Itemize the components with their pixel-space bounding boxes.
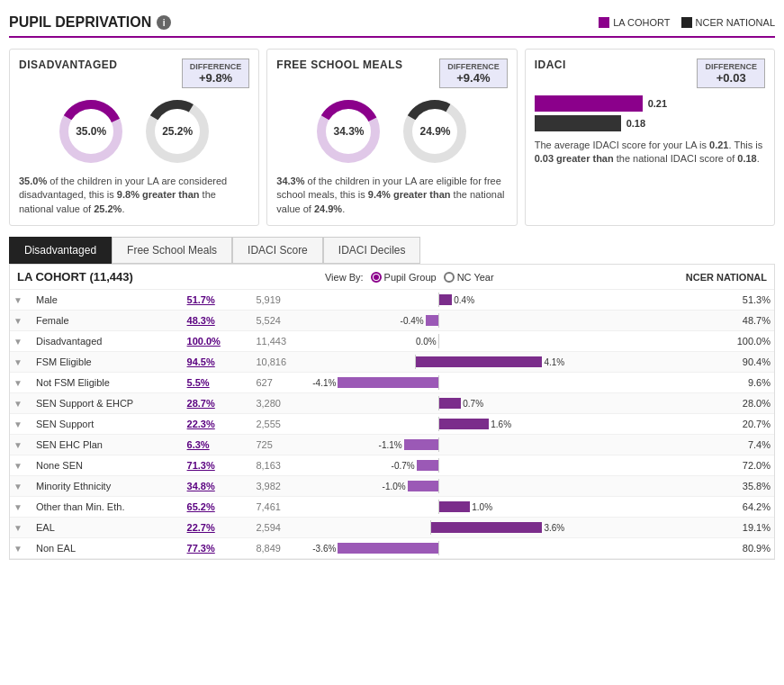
row-ncer: 7.4% [711,435,774,455]
row-arrow: ▼ [10,352,32,373]
table-header: LA COHORT (11,443) View By: Pupil Group … [10,265,774,290]
row-pct[interactable]: 51.7% [184,290,253,311]
cards-row: DISADVANTAGED DIFFERENCE +9.8% 35.0% [9,49,775,226]
row-pct[interactable]: 34.8% [184,476,253,497]
row-arrow: ▼ [10,455,32,476]
row-arrow: ▼ [10,476,32,497]
table-row: ▼ Female 48.3% 5,524 -0.4% 48.7% [10,311,774,331]
row-ncer: 20.7% [711,414,774,435]
fsm-diff-label: DIFFERENCE [447,62,500,71]
table-row: ▼ FSM Eligible 94.5% 10,816 4.1% 90.4% [10,352,774,373]
idaci-la-bar [535,95,643,112]
page-title: PUPIL DEPRIVATION i [9,14,171,31]
disadvantaged-card: DISADVANTAGED DIFFERENCE +9.8% 35.0% [9,49,259,226]
row-label: SEN Support & EHCP [32,393,184,414]
row-arrow: ▼ [10,393,32,414]
table-row: ▼ Other than Min. Eth. 65.2% 7,461 1.0% … [10,497,774,518]
row-ncer: 51.3% [711,290,774,311]
row-arrow: ▼ [10,538,32,559]
row-pct[interactable]: 6.3% [184,435,253,455]
title-text: PUPIL DEPRIVATION [9,14,151,31]
row-pct[interactable]: 5.5% [184,373,253,393]
row-label: FSM Eligible [32,352,184,373]
row-count: 10,816 [252,352,309,373]
row-label: SEN Support [32,414,184,435]
row-label: Female [32,311,184,331]
fsm-diff-badge: DIFFERENCE +9.4% [439,59,508,88]
row-label: SEN EHC Plan [32,435,184,455]
disadvantaged-ncer-pct: 25.2% [162,125,193,138]
table-row: ▼ Not FSM Eligible 5.5% 627 -4.1% 9.6% [10,373,774,393]
ncer-national-label: NCER NATIONAL [696,17,775,28]
fsm-desc: 34.3% of the children in your LA are eli… [276,175,507,216]
row-arrow: ▼ [10,435,32,455]
nc-year-radio[interactable]: NC Year [444,272,494,283]
row-ncer: 28.0% [711,393,774,414]
pupil-group-radio-inner [374,275,379,280]
view-by-control: View By: Pupil Group NC Year [325,272,494,283]
fsm-title: FREE SCHOOL MEALS [276,59,402,71]
row-pct[interactable]: 71.3% [184,455,253,476]
table-row: ▼ Non EAL 77.3% 8,849 -3.6% 80.9% [10,538,774,559]
idaci-ncer-bar-row: 0.18 [535,115,765,131]
fsm-ncer-donut: 24.9% [399,95,471,167]
row-pct[interactable]: 100.0% [184,331,253,352]
row-pct[interactable]: 77.3% [184,538,253,559]
fsm-la-pct: 34.3% [333,125,364,138]
row-count: 3,280 [252,393,309,414]
row-pct[interactable]: 65.2% [184,497,253,518]
pupil-group-label: Pupil Group [384,272,437,283]
row-ncer: 48.7% [711,311,774,331]
row-bar: 1.6% [309,414,711,435]
row-ncer: 100.0% [711,331,774,352]
info-icon[interactable]: i [157,15,171,30]
disadvantaged-la-pct: 35.0% [76,125,106,138]
idaci-diff-badge: DIFFERENCE +0.03 [697,59,765,88]
idaci-ncer-bar [535,115,621,131]
row-bar: 1.0% [309,497,711,518]
table-row: ▼ SEN Support 22.3% 2,555 1.6% 20.7% [10,414,774,435]
table-row: ▼ None SEN 71.3% 8,163 -0.7% 72.0% [10,455,774,476]
tab-idaci-score[interactable]: IDACI Score [232,237,323,264]
idaci-diff-label: DIFFERENCE [705,62,757,71]
data-table: ▼ Male 51.7% 5,919 0.4% 51.3% ▼ Female 4… [10,290,774,559]
row-arrow: ▼ [10,518,32,538]
row-bar: 3.6% [309,518,711,538]
row-label: Non EAL [32,538,184,559]
tab-disadvantaged[interactable]: Disadvantaged [9,237,112,264]
disadvantaged-charts: 35.0% 25.2% [19,95,249,167]
disadvantaged-la-donut: 35.0% [55,95,127,167]
table-row: ▼ EAL 22.7% 2,594 3.6% 19.1% [10,518,774,538]
idaci-diff-value: +0.03 [705,71,757,85]
view-by-label: View By: [325,272,364,283]
row-bar: -0.7% [309,455,711,476]
row-label: EAL [32,518,184,538]
tab-idaci-deciles[interactable]: IDACI Deciles [323,237,421,264]
ncer-national-dot [681,17,692,28]
row-label: Other than Min. Eth. [32,497,184,518]
pupil-group-radio[interactable]: Pupil Group [371,272,437,283]
row-pct[interactable]: 94.5% [184,352,253,373]
row-count: 627 [252,373,309,393]
row-pct[interactable]: 28.7% [184,393,253,414]
la-cohort-label: LA COHORT [613,17,670,28]
row-count: 3,982 [252,476,309,497]
free-school-meals-card: FREE SCHOOL MEALS DIFFERENCE +9.4% 34.3%… [266,49,517,226]
idaci-la-bar-row: 0.21 [535,95,765,112]
row-pct[interactable]: 22.7% [184,518,253,538]
row-pct[interactable]: 22.3% [184,414,253,435]
fsm-la-donut: 34.3% [312,95,384,167]
row-count: 7,461 [252,497,309,518]
idaci-card: IDACI DIFFERENCE +0.03 0.21 0.18 The ave… [525,49,775,226]
table-row: ▼ Male 51.7% 5,919 0.4% 51.3% [10,290,774,311]
row-count: 2,594 [252,518,309,538]
row-arrow: ▼ [10,331,32,352]
idaci-ncer-score: 0.18 [626,118,653,129]
row-bar: -1.1% [309,435,711,455]
tab-free-school-meals[interactable]: Free School Meals [112,237,232,264]
row-arrow: ▼ [10,414,32,435]
row-pct[interactable]: 48.3% [184,311,253,331]
cohort-title: LA COHORT (11,443) [17,270,133,284]
row-bar: 0.7% [309,393,711,414]
row-count: 725 [252,435,309,455]
